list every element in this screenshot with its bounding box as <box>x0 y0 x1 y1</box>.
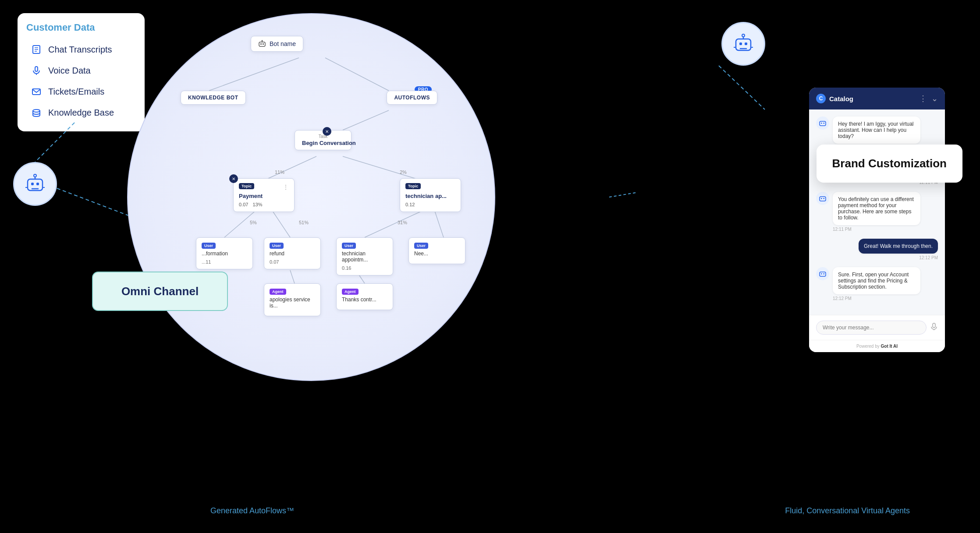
task-label-text: Task <box>302 134 344 139</box>
bot-name-node: Bot name <box>251 36 303 52</box>
agent-apologies-name: apologies service is... <box>270 297 315 309</box>
chat-message-row-5: Sure. First, open your Account settings … <box>816 267 938 301</box>
robot-circle-right <box>721 22 765 66</box>
bot-avatar-3 <box>816 267 829 280</box>
svg-line-36 <box>435 211 444 237</box>
task-conn-dot: ✕ <box>323 127 331 136</box>
topic-payment-node: Topic ⋮ Payment 0.07 13% ✕ <box>233 178 295 212</box>
svg-rect-17 <box>739 42 742 45</box>
svg-rect-48 <box>821 198 822 199</box>
chat-transcript-icon <box>31 44 42 55</box>
agent-apologies-node: Agent apologies service is... <box>264 283 321 316</box>
data-item-knowledge: Knowledge Base <box>31 107 131 118</box>
user-refund-name: refund <box>270 251 315 257</box>
chat-title: Catalog <box>829 95 853 102</box>
user-refund-badge: User <box>270 243 284 249</box>
chat-bubble-4: Great! Walk me through then. <box>859 239 938 254</box>
svg-rect-53 <box>933 323 935 328</box>
data-item-chat: Chat Transcripts <box>31 44 131 55</box>
chat-message-content-3: You definitely can use a different payme… <box>833 192 920 232</box>
svg-line-29 <box>325 58 389 91</box>
topic-technician-node: Topic technician ap... 0.12 <box>400 178 461 212</box>
agent-thanks-badge: Agent <box>342 289 359 295</box>
svg-rect-52 <box>824 273 825 275</box>
chat-time-4: 12:12 PM <box>919 255 938 260</box>
bottom-label-virtual-agents: Fluid, Conversational Virtual Agents <box>785 506 910 515</box>
knowledge-base-icon <box>31 107 42 118</box>
chat-message-input[interactable] <box>816 321 927 335</box>
chat-time-5: 12:12 PM <box>833 296 920 301</box>
svg-rect-39 <box>259 42 265 46</box>
customer-data-box: Customer Data Chat Transcripts Voice Dat… <box>18 13 145 131</box>
user-technician-appt-badge: User <box>342 243 356 249</box>
bot-avatar-1 <box>816 116 829 130</box>
user-need-name: Nee... <box>414 251 460 257</box>
svg-rect-50 <box>820 272 826 276</box>
svg-point-20 <box>742 34 745 37</box>
svg-line-31 <box>264 156 316 180</box>
bottom-label-autoflows: Generated AutoFlows™ <box>210 506 294 515</box>
pct-5: 5% <box>250 220 257 225</box>
chat-bubble-1: Hey there! I am Iggy, your virtual assis… <box>833 116 920 144</box>
pct-2: 2% <box>400 169 407 175</box>
svg-rect-18 <box>745 42 747 45</box>
knowledge-bot-label: KNOWLEDGE BOT <box>188 95 238 101</box>
svg-rect-9 <box>31 183 34 185</box>
topic-payment-conn-dot: ✕ <box>229 174 238 183</box>
chat-header-left: C Catalog <box>816 94 853 103</box>
chat-header-controls[interactable]: ⋮ ⌄ <box>919 94 938 103</box>
topic-technician-badge: Topic <box>405 183 421 189</box>
topic-technician-stat1: 0.12 <box>405 202 415 207</box>
svg-rect-51 <box>821 273 822 275</box>
knowledge-base-label: Knowledge Base <box>48 108 114 118</box>
task-title-text: Begin Conversation <box>302 140 344 146</box>
svg-rect-41 <box>263 43 264 45</box>
svg-line-32 <box>343 156 422 180</box>
agent-thanks-name: Thanks contr... <box>342 297 387 303</box>
omni-channel-box: Omni Channel <box>92 272 228 311</box>
svg-point-43 <box>262 40 263 42</box>
user-refund-stat: 0.07 <box>270 259 315 265</box>
svg-line-30 <box>343 110 389 130</box>
topic-technician-name: technician ap... <box>405 193 455 199</box>
user-information-node: User ...formation ...11 <box>196 237 253 269</box>
brand-customization-popup: Brand Customization <box>817 145 962 183</box>
svg-rect-40 <box>260 43 262 45</box>
chat-chevron-icon[interactable]: ⌄ <box>931 94 938 103</box>
svg-rect-47 <box>820 197 826 201</box>
catalog-logo: C <box>816 94 826 103</box>
user-refund-node: User refund 0.07 <box>264 237 321 269</box>
agent-apologies-badge: Agent <box>270 289 286 295</box>
main-container: Customer Data Chat Transcripts Voice Dat… <box>0 0 980 533</box>
user-information-name: ...formation <box>202 251 247 257</box>
bot-avatar-2 <box>816 192 829 205</box>
user-information-stat: ...11 <box>202 259 247 265</box>
voice-data-icon <box>31 65 42 76</box>
robot-circle-left <box>13 162 57 206</box>
pct-31: 31% <box>398 220 407 225</box>
topic-payment-stat1: 0.07 <box>239 202 248 207</box>
chat-bubble-5: Sure. First, open your Account settings … <box>833 267 920 294</box>
topic-payment-badge: Topic <box>239 183 254 189</box>
mic-icon[interactable] <box>930 323 938 332</box>
agent-thanks-node: Agent Thanks contr... <box>336 283 393 310</box>
topic-payment-name: Payment <box>239 193 289 199</box>
user-technician-appt-name: technician appointm... <box>342 251 387 263</box>
chat-widget: C Catalog ⋮ ⌄ Hey there! I am Iggy, your… <box>809 88 945 352</box>
svg-rect-45 <box>821 123 822 124</box>
svg-point-12 <box>34 174 36 177</box>
autoflows-label: AUTOFLOWS <box>394 95 430 101</box>
robot-icon-left <box>23 172 47 196</box>
chat-dots-icon[interactable]: ⋮ <box>919 94 927 103</box>
chat-input-area[interactable] <box>809 315 945 340</box>
svg-line-35 <box>365 211 422 237</box>
svg-line-27 <box>609 193 636 197</box>
chat-header: C Catalog ⋮ ⌄ <box>809 88 945 109</box>
data-item-voice: Voice Data <box>31 65 131 76</box>
center-circle-diagram: Bot name KNOWLEDGE BOT PRO AUTOFLOWS Tas… <box>127 13 495 381</box>
svg-rect-4 <box>35 67 38 71</box>
chat-bubble-3: You definitely can use a different payme… <box>833 192 920 225</box>
chat-transcripts-label: Chat Transcripts <box>48 45 112 55</box>
knowledge-bot-node: KNOWLEDGE BOT <box>181 91 246 105</box>
tickets-icon <box>31 86 42 97</box>
